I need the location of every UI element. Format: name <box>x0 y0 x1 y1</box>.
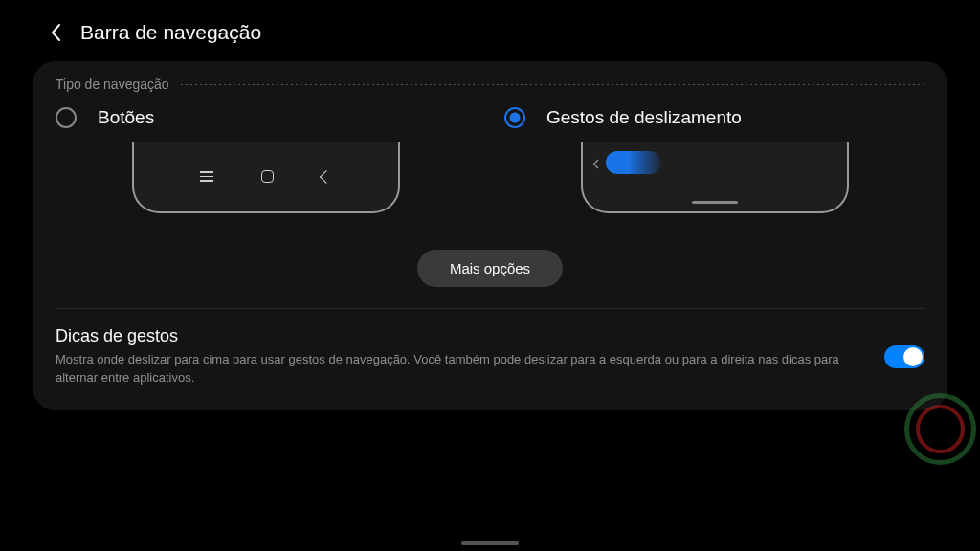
option-buttons: Botões <box>56 107 476 213</box>
preview-gestures <box>581 142 849 213</box>
gesture-hints-toggle[interactable] <box>884 345 924 368</box>
option-gestures-header[interactable]: Gestos de deslizamento <box>504 107 924 128</box>
preview-gestures-holder <box>504 142 924 213</box>
section-label: Tipo de navegação <box>56 77 169 92</box>
option-gestures-label: Gestos de deslizamento <box>546 107 742 128</box>
home-icon <box>261 170 274 183</box>
gesture-hints-description: Mostra onde deslizar para cima para usar… <box>56 351 865 387</box>
more-options-button[interactable]: Mais opções <box>417 250 563 287</box>
gesture-handle-icon <box>692 201 738 204</box>
chevron-left-icon <box>50 23 61 42</box>
gesture-chevron-icon <box>592 159 599 171</box>
gesture-swipe-indicator <box>606 151 661 174</box>
nav-buttons-row <box>200 170 331 183</box>
navigation-type-options: Botões <box>33 107 947 232</box>
radio-buttons[interactable] <box>56 107 77 128</box>
recents-icon <box>200 171 213 182</box>
preview-buttons <box>132 142 400 213</box>
back-icon <box>320 169 333 183</box>
settings-panel: Tipo de navegação Botões <box>33 61 947 410</box>
option-gestures: Gestos de deslizamento <box>504 107 924 213</box>
back-button[interactable] <box>44 21 67 44</box>
radio-gestures[interactable] <box>504 107 525 128</box>
divider-dotted <box>181 84 924 85</box>
gesture-hints-row: Dicas de gestos Mostra onde deslizar par… <box>33 309 947 410</box>
option-buttons-header[interactable]: Botões <box>56 107 476 128</box>
more-options-row: Mais opções <box>33 232 947 308</box>
gesture-hints-text: Dicas de gestos Mostra onde deslizar par… <box>56 326 865 387</box>
page-title: Barra de navegação <box>80 21 261 44</box>
gesture-hints-title: Dicas de gestos <box>56 326 865 346</box>
section-header: Tipo de navegação <box>33 77 947 107</box>
header: Barra de navegação <box>29 0 951 61</box>
bottom-handle-icon <box>461 541 519 545</box>
option-buttons-label: Botões <box>98 107 154 128</box>
preview-buttons-holder <box>56 142 476 213</box>
